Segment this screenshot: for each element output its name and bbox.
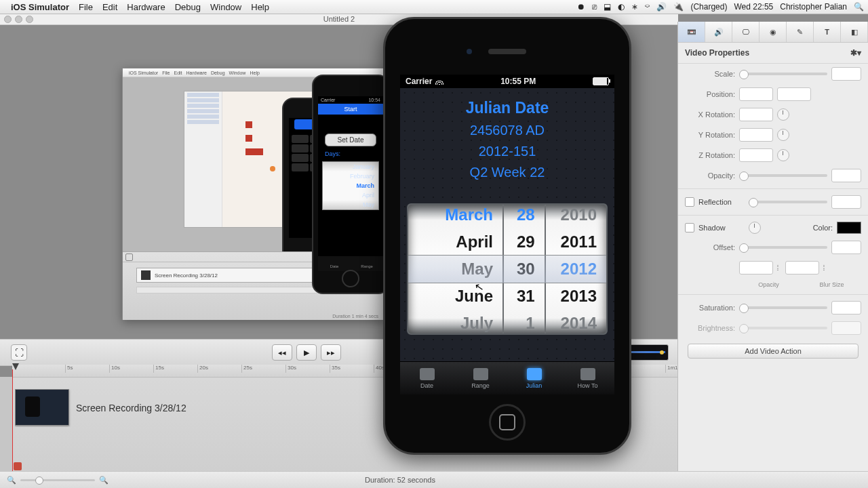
sync-icon[interactable]: ◐ — [618, 2, 625, 12]
duration-label: Duration: 52 seconds — [108, 476, 692, 484]
gear-icon[interactable]: ✱▾ — [850, 48, 861, 58]
simulator-screen[interactable]: Carrier 10:55 PM Julian Date 2456078 AD … — [400, 75, 614, 394]
bluetooth-icon[interactable]: ∗ — [631, 2, 638, 12]
tab-date[interactable]: Date — [400, 362, 454, 394]
menu-file[interactable]: File — [79, 2, 93, 12]
timeline-clip[interactable]: Screen Recording 3/28/12 — [15, 389, 381, 427]
position-x-field[interactable] — [739, 87, 773, 101]
ios-status-bar: Carrier 10:55 PM — [400, 75, 614, 88]
mini-month-picker[interactable]: January February March April May — [322, 161, 379, 210]
opacity-label: Opacity: — [685, 171, 735, 180]
shadow-opacity-field[interactable] — [739, 261, 773, 274]
position-y-field[interactable] — [777, 87, 811, 101]
menu-window[interactable]: Window — [210, 2, 241, 12]
shadow-color-label: Color: — [813, 224, 833, 232]
forward-button[interactable]: ▸▸ — [321, 344, 341, 361]
yrot-dial[interactable] — [777, 129, 789, 141]
volume-icon[interactable]: 🔊 — [656, 2, 667, 12]
track-header-strip — [0, 377, 13, 472]
inspector-tab-audio[interactable]: 🔊 — [705, 22, 732, 42]
wifi-icon[interactable]: ⌔ — [645, 2, 650, 12]
shadow-checkbox[interactable] — [685, 223, 694, 232]
status-time: 10:55 PM — [500, 77, 536, 86]
xrot-dial[interactable] — [777, 108, 789, 121]
sub-opacity-label: Opacity — [739, 281, 798, 288]
zrot-field[interactable] — [739, 148, 773, 162]
playhead-icon[interactable] — [12, 363, 19, 370]
tab-julian[interactable]: Julian — [507, 362, 561, 394]
shadow-color-swatch[interactable] — [837, 222, 861, 234]
app-tab-bar: Date Range Julian How To — [400, 361, 614, 394]
scale-slider[interactable] — [739, 73, 827, 75]
saturation-slider[interactable] — [739, 306, 827, 309]
zoom-in-icon[interactable]: 🔍 — [99, 476, 108, 485]
picker-day-column[interactable]: 28 29 30 31 1 — [504, 205, 546, 333]
inspector-tab-video[interactable]: 📼 — [678, 22, 705, 42]
offset-value[interactable] — [831, 241, 861, 254]
date-picker[interactable]: March April May June July 28 29 30 31 1 — [407, 203, 608, 335]
inspector-tab-callout[interactable]: ◉ — [760, 22, 787, 42]
window-traffic-lights[interactable] — [4, 16, 33, 23]
calculator-icon — [420, 368, 435, 380]
app-menu[interactable]: iOS Simulator — [11, 2, 69, 12]
shadow-angle-dial[interactable] — [749, 222, 761, 234]
picker-month-column[interactable]: March April May June July — [408, 205, 504, 333]
rewind-button[interactable]: ◂◂ — [272, 344, 292, 361]
menubar-user[interactable]: Christopher Palian — [780, 2, 847, 12]
reflection-slider[interactable] — [749, 201, 827, 203]
set-date-button[interactable]: Set Date — [325, 134, 376, 146]
clip-thumbnail — [15, 389, 69, 426]
scale-label: Scale: — [685, 70, 735, 78]
menu-debug[interactable]: Debug — [175, 2, 201, 12]
inspector-tabs: 📼 🔊 🖵 ◉ ✎ T ◧ — [678, 22, 868, 43]
saturation-label: Saturation: — [685, 304, 735, 312]
inspector-tab-annotation[interactable]: ✎ — [787, 22, 814, 42]
crop-tool-button[interactable]: ⛶ — [11, 344, 27, 361]
document-title: Untitled 2 — [323, 15, 355, 23]
shadow-blur-field[interactable] — [785, 261, 819, 274]
inspector-tab-screen[interactable]: 🖵 — [732, 22, 760, 42]
zoom-out-icon[interactable]: 🔍 — [7, 476, 16, 485]
scale-value[interactable] — [831, 67, 861, 81]
inspector-tab-media[interactable]: ◧ — [841, 22, 868, 42]
playhead-line[interactable] — [12, 369, 13, 472]
yrot-label: Y Rotation: — [685, 131, 735, 139]
yrot-field[interactable] — [739, 128, 773, 142]
inspector-section-title: Video Properties — [685, 48, 749, 58]
home-button[interactable] — [489, 404, 526, 441]
opacity-value[interactable] — [831, 169, 861, 182]
app-title: Julian Date — [400, 99, 614, 117]
dropbox-icon[interactable]: ⬓ — [604, 2, 611, 12]
brightness-slider[interactable] — [739, 327, 827, 329]
quarter-week: Q2 Week 22 — [400, 165, 614, 180]
opacity-slider[interactable] — [739, 174, 827, 177]
reflection-checkbox[interactable] — [685, 197, 694, 207]
offset-slider[interactable] — [739, 246, 827, 249]
footer-bar: 🔍 🔍 Duration: 52 seconds — [0, 471, 868, 488]
speaker-icon: 🔊 — [714, 28, 724, 37]
menu-help[interactable]: Help — [251, 2, 269, 12]
xrot-label: X Rotation: — [685, 110, 735, 119]
reflection-label: Reflection — [698, 198, 745, 206]
saturation-value[interactable] — [831, 301, 861, 314]
inspector-tab-text[interactable]: T — [814, 22, 841, 42]
add-video-action-button[interactable]: Add Video Action — [688, 344, 859, 359]
menu-edit[interactable]: Edit — [102, 2, 117, 12]
display-icon[interactable]: ⎚ — [592, 2, 597, 12]
screencast-icon[interactable]: ⏺ — [577, 2, 585, 12]
reflection-value[interactable] — [831, 195, 861, 209]
picker-year-column[interactable]: 2010 2011 2012 2013 2014 — [546, 205, 606, 333]
menu-hardware[interactable]: Hardware — [127, 2, 165, 12]
xrot-field[interactable] — [739, 108, 773, 121]
zoom-slider[interactable] — [20, 479, 95, 481]
brightness-value[interactable] — [831, 321, 861, 335]
menubar-datetime[interactable]: Wed 22:55 — [734, 2, 773, 12]
spotlight-icon[interactable]: 🔍 — [854, 2, 864, 12]
zrot-dial[interactable] — [777, 149, 789, 161]
tab-range[interactable]: Range — [454, 362, 507, 394]
battery-icon[interactable]: 🔌 — [673, 2, 684, 12]
timeline-marker[interactable] — [14, 462, 22, 470]
tab-howto[interactable]: How To — [561, 362, 614, 394]
sub-blur-label: Blur Size — [802, 281, 861, 288]
play-button[interactable]: ▶ — [296, 344, 317, 361]
